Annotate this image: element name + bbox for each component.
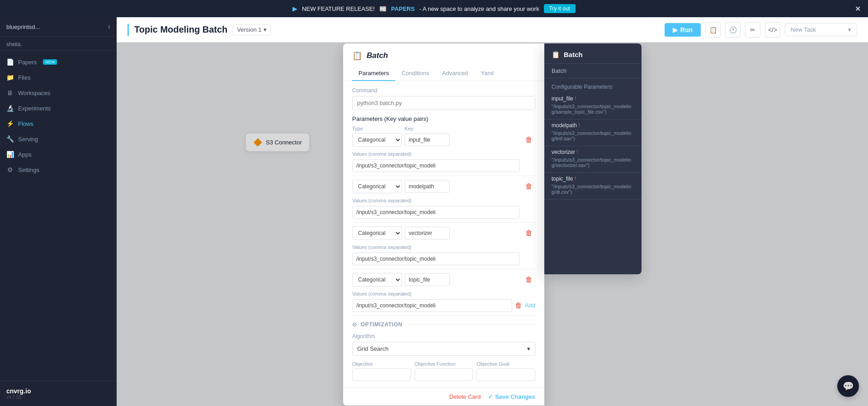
banner-papers-icon: 📰 <box>379 5 387 12</box>
sidebar-item-apps-label: Apps <box>18 151 32 158</box>
side-panel: 📋 Batch Batch Configurable Parameters: i… <box>544 43 642 274</box>
sidebar-item-settings[interactable]: ⚙ Settings <box>0 162 117 177</box>
modal-overlay: 📋 Batch Parameters Conditions Advanced Y… <box>117 43 868 406</box>
clock-icon-button[interactable]: 🕐 <box>725 22 741 38</box>
page-header: Topic Modeling Batch Version 1 ▾ ▶ Run 📋… <box>117 17 868 43</box>
page-header-divider <box>127 24 129 36</box>
params-section-label: Parameters (Key value pairs) <box>352 115 535 122</box>
modal-container: 📋 Batch Parameters Conditions Advanced Y… <box>343 43 642 406</box>
side-panel-param-modelpath: modelpath ! "/inputs/s3_connector/topic_… <box>544 119 642 146</box>
task-select-placeholder: New Task <box>791 26 816 33</box>
optimization-label: OPTIMIZATION <box>361 321 402 328</box>
task-select[interactable]: New Task ▾ <box>785 23 857 36</box>
param-value-input-4[interactable] <box>352 299 512 312</box>
settings-icon: ⚙ <box>6 166 14 173</box>
sidebar-item-serving[interactable]: 🔧 Serving <box>0 131 117 147</box>
command-input[interactable] <box>352 96 535 110</box>
required-indicator-2: ! <box>578 122 580 129</box>
values-label-2: Values (comma separated) <box>352 198 411 203</box>
param-key-input-2[interactable] <box>405 180 450 193</box>
param-key-input-3[interactable] <box>405 227 450 239</box>
values-label-1: Values (comma separated) <box>352 151 411 157</box>
add-param-button[interactable]: Add <box>525 302 535 309</box>
param-value-input-1[interactable] <box>352 159 520 172</box>
batch-modal-header: 📋 Batch <box>343 43 544 61</box>
sidebar-item-flows[interactable]: ⚡ Flows <box>0 116 117 131</box>
sidebar-item-experiments[interactable]: 🔬 Experiments <box>0 100 117 116</box>
sidebar-item-files[interactable]: 📁 Files <box>0 70 117 85</box>
delete-card-button[interactable]: Delete Card <box>449 393 481 400</box>
scissors-icon-button[interactable]: ✂ <box>745 22 760 38</box>
side-panel-param-name-1: input_file ! <box>552 96 634 102</box>
sidebar-version: v4.7.55 <box>6 395 110 400</box>
objective-group: Objective <box>352 361 411 381</box>
objective-goal-input[interactable] <box>476 368 535 381</box>
tab-yaml[interactable]: Yaml <box>474 66 500 81</box>
objective-input[interactable] <box>352 368 411 381</box>
sidebar-footer: cnvrg.io v4.7.55 <box>0 381 117 406</box>
code-icon-button[interactable]: </> <box>765 22 780 38</box>
task-select-chevron: ▾ <box>848 26 851 33</box>
sidebar-item-workspaces[interactable]: 🖥 Workspaces <box>0 85 117 100</box>
top-banner: ▶ NEW FEATURE RELEASE! 📰 PAPERS - A new … <box>0 0 868 17</box>
command-label: Command <box>352 87 535 94</box>
version-dropdown-icon: ▾ <box>264 26 267 33</box>
close-banner-button[interactable]: ✕ <box>855 5 861 13</box>
param-delete-button-4[interactable]: 🗑 <box>523 276 535 284</box>
sidebar-item-apps[interactable]: 📊 Apps <box>0 147 117 162</box>
side-panel-param-value-1: "/inputs/s3_connector/topic_modeling/sam… <box>552 104 634 115</box>
algorithm-select[interactable]: Grid Search ▾ <box>352 342 535 356</box>
param-type-select-4[interactable]: Categorical <box>352 273 402 287</box>
objective-goal-group: Objective Goal <box>476 361 535 381</box>
param-value-input-3[interactable] <box>352 253 520 265</box>
param-key-input-1[interactable] <box>405 134 450 146</box>
sidebar-item-papers[interactable]: 📄 Papers NEW <box>0 54 117 70</box>
param-key-input-4[interactable] <box>405 273 450 286</box>
sidebar-user: sheila. <box>0 37 117 51</box>
param-type-select-1[interactable]: Categorical <box>352 133 402 147</box>
param-delete-button-4b[interactable]: 🗑 <box>515 301 522 310</box>
values-label-3: Values (comma separated) <box>352 244 411 250</box>
optimization-collapse-icon: ⊙ <box>352 321 357 328</box>
param-type-select-3[interactable]: Categorical <box>352 226 402 240</box>
batch-modal-icon: 📋 <box>352 51 362 61</box>
side-panel-params-label: Configurable Parameters: <box>544 78 642 93</box>
version-select[interactable]: Version 1 ▾ <box>233 24 270 35</box>
tab-parameters[interactable]: Parameters <box>352 66 395 81</box>
run-button-label: Run <box>680 26 693 33</box>
clipboard-icon-button[interactable]: 📋 <box>705 22 721 38</box>
save-changes-label: Save Changes <box>495 393 535 400</box>
tab-conditions[interactable]: Conditions <box>395 66 435 81</box>
run-play-icon: ▶ <box>673 26 678 33</box>
params-section: Parameters (Key value pairs) Type Key <box>352 115 535 316</box>
flows-icon: ⚡ <box>6 120 14 127</box>
command-group: Command <box>352 87 535 110</box>
sidebar-collapse-button[interactable]: ‹ <box>108 23 110 31</box>
objective-label: Objective <box>352 361 411 367</box>
save-changes-icon: ✓ <box>488 393 493 400</box>
side-panel-param-input-file: input_file ! "/inputs/s3_connector/topic… <box>544 93 642 119</box>
param-value-input-2[interactable] <box>352 206 520 219</box>
sidebar-item-papers-label: Papers <box>18 59 37 66</box>
param-row-1: Categorical 🗑 <box>352 133 535 147</box>
param-delete-button-1[interactable]: 🗑 <box>523 136 535 144</box>
algorithm-value: Grid Search <box>357 345 388 352</box>
side-panel-param-value-2: "/inputs/s3_connector/topic_modeling/lmf… <box>552 130 634 141</box>
param-block-4: Categorical 🗑 Values (comma separated) <box>352 273 535 316</box>
banner-description: - A new space to analyze and share your … <box>419 5 539 12</box>
algorithm-chevron-icon: ▾ <box>527 345 530 352</box>
param-type-select-2[interactable]: Categorical <box>352 180 402 193</box>
param-delete-button-3[interactable]: 🗑 <box>523 229 535 237</box>
run-button[interactable]: ▶ Run <box>665 23 701 37</box>
clipboard-icon: 📋 <box>709 26 717 33</box>
banner-text: NEW FEATURE RELEASE! <box>302 5 375 12</box>
save-changes-button[interactable]: ✓ Save Changes <box>488 393 535 400</box>
papers-link[interactable]: PAPERS <box>391 5 415 12</box>
canvas-area[interactable]: 🔶 S3 Connector 📋 Batch Parameters Condit… <box>117 43 868 406</box>
objective-function-input[interactable] <box>415 368 473 381</box>
optimization-header[interactable]: ⊙ OPTIMIZATION <box>352 321 535 328</box>
tab-advanced[interactable]: Advanced <box>436 66 475 81</box>
side-panel-icon: 📋 <box>552 51 560 59</box>
try-it-out-button[interactable]: Try it out <box>544 4 576 13</box>
param-delete-button-2[interactable]: 🗑 <box>523 182 535 191</box>
